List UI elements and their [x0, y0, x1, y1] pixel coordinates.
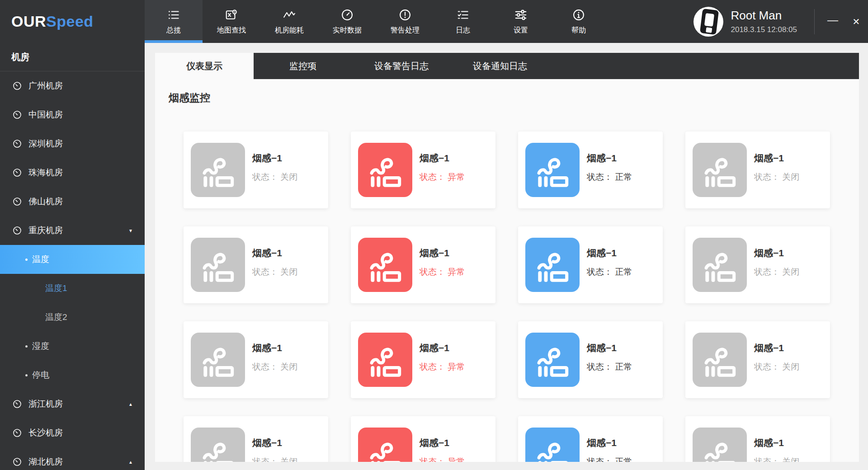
smoke-sensor-icon [693, 428, 747, 462]
smoke-sensor-icon [358, 333, 412, 387]
sensor-card[interactable]: 烟感−1 状态： 异常 [351, 226, 495, 303]
gauge-icon [12, 428, 22, 438]
sensor-name: 烟感−1 [252, 247, 297, 259]
sensor-name: 烟感−1 [754, 152, 799, 164]
nav-item-label: 地图查找 [217, 26, 246, 35]
sensor-card[interactable]: 烟感−1 状态： 关闭 [184, 226, 328, 303]
sensor-card-text: 烟感−1 状态： 异常 [420, 152, 465, 182]
sensor-status: 状态： 异常 [420, 267, 465, 277]
gauge-icon [12, 399, 22, 409]
smoke-sensor-icon [525, 238, 580, 292]
sensor-name: 烟感−1 [252, 437, 297, 449]
user-avatar[interactable] [693, 7, 723, 37]
sensor-card[interactable]: 烟感−1 状态： 异常 [351, 416, 495, 462]
sidebar-item-label: 湖北机房 [28, 456, 63, 468]
app-window: OURSpeed 机房 广州机房中国机房深圳机房珠海机房佛山机房重庆机房▼温度温… [0, 0, 868, 470]
sidebar-item[interactable]: 湿度 [0, 332, 145, 361]
sensor-name: 烟感−1 [754, 437, 799, 449]
sidebar-item-label: 浙江机房 [28, 398, 63, 410]
sensor-card[interactable]: 烟感−1 状态： 正常 [518, 416, 663, 462]
sensor-card[interactable]: 烟感−1 状态： 正常 [518, 132, 663, 208]
sensor-card[interactable]: 烟感−1 状态： 关闭 [184, 132, 328, 208]
tab[interactable]: 设备警告日志 [352, 53, 451, 79]
sidebar-item-label: 温度1 [45, 282, 67, 294]
sidebar-item[interactable]: 温度1 [0, 274, 145, 303]
smoke-sensor-icon [693, 238, 747, 292]
energy-icon [283, 8, 296, 22]
sensor-card[interactable]: 烟感−1 状态： 关闭 [685, 321, 830, 398]
sensor-name: 烟感−1 [587, 342, 632, 354]
page-title: 烟感监控 [169, 92, 859, 103]
sensor-name: 烟感−1 [587, 247, 632, 259]
minimize-button[interactable]: — [821, 0, 844, 43]
sensor-card[interactable]: 烟感−1 状态： 正常 [518, 226, 663, 303]
close-button[interactable]: ✕ [844, 0, 868, 43]
sensor-card[interactable]: 烟感−1 状态： 异常 [351, 321, 495, 398]
app-logo: OURSpeed [0, 0, 145, 43]
sensor-card[interactable]: 烟感−1 状态： 关闭 [184, 416, 328, 462]
sidebar-item[interactable]: 中国机房 [0, 100, 145, 129]
chevron-up-icon: ▲ [128, 460, 133, 465]
sensor-name: 烟感−1 [754, 342, 799, 354]
sensor-status: 状态： 正常 [587, 172, 632, 182]
bullet-icon [25, 374, 28, 376]
sensor-card[interactable]: 烟感−1 状态： 关闭 [685, 226, 830, 303]
smoke-sensor-icon [693, 333, 747, 387]
sidebar-item[interactable]: 温度 [0, 245, 145, 274]
current-datetime: 2018.3.15 12:08:05 [731, 25, 797, 34]
sensor-card-grid: 烟感−1 状态： 关闭 烟感−1 状态： 异常 烟感−1 状态： 正常 烟感−1… [184, 132, 859, 462]
sensor-status: 状态： 关闭 [252, 172, 297, 182]
sidebar-item[interactable]: 停电 [0, 361, 145, 390]
sidebar-item[interactable]: 广州机房 [0, 71, 145, 100]
smoke-sensor-icon [358, 143, 412, 197]
sidebar-item[interactable]: 长沙机房 [0, 418, 145, 447]
smoke-sensor-icon [525, 143, 580, 197]
sidebar-item[interactable]: 温度2 [0, 303, 145, 332]
sensor-card[interactable]: 烟感−1 状态： 关闭 [184, 321, 328, 398]
sensor-card[interactable]: 烟感−1 状态： 关闭 [685, 416, 830, 462]
logo-text-prefix: OUR [11, 13, 46, 30]
nav-item-realtime-data[interactable]: 实时数据 [318, 0, 376, 43]
nav-item-log[interactable]: 日志 [434, 0, 492, 43]
nav-item-map-search[interactable]: 地图查找 [203, 0, 260, 43]
nav-item-alert[interactable]: 警告处理 [376, 0, 434, 43]
nav-item-settings[interactable]: 设置 [492, 0, 550, 43]
sidebar-item[interactable]: 浙江机房▲ [0, 390, 145, 418]
sensor-card-text: 烟感−1 状态： 正常 [587, 152, 632, 182]
tab[interactable]: 设备通知日志 [451, 53, 549, 79]
nav-item-energy[interactable]: 机房能耗 [260, 0, 318, 43]
sidebar-item[interactable]: 佛山机房 [0, 187, 145, 216]
sensor-card[interactable]: 烟感−1 状态： 正常 [518, 321, 663, 398]
gauge-icon [12, 226, 22, 235]
smoke-sensor-icon [191, 333, 245, 387]
smoke-sensor-icon [191, 428, 245, 462]
help-icon [572, 8, 585, 22]
sidebar-item[interactable]: 珠海机房 [0, 158, 145, 187]
sidebar-item[interactable]: 湖北机房▲ [0, 447, 145, 470]
sidebar-item[interactable]: 重庆机房▼ [0, 216, 145, 245]
sensor-card-text: 烟感−1 状态： 关闭 [252, 437, 297, 462]
sensor-card-text: 烟感−1 状态： 关闭 [754, 342, 799, 372]
sidebar-item[interactable]: 深圳机房 [0, 129, 145, 158]
smoke-sensor-icon [525, 428, 580, 462]
nav-item-help[interactable]: 帮助 [550, 0, 608, 43]
sensor-card[interactable]: 烟感−1 状态： 关闭 [685, 132, 830, 208]
sensor-name: 烟感−1 [252, 342, 297, 354]
tab-bar-filler [549, 53, 859, 79]
nav-item-label: 帮助 [571, 26, 586, 35]
sensor-name: 烟感−1 [420, 437, 465, 449]
alert-icon [398, 8, 412, 22]
tab[interactable]: 监控项 [254, 53, 352, 79]
user-name: Root Man [731, 9, 797, 23]
nav-item-overview[interactable]: 总揽 [145, 0, 203, 43]
topbar-divider [814, 9, 815, 34]
user-meta: Root Man 2018.3.15 12:08:05 [731, 9, 797, 34]
sidebar-item-label: 重庆机房 [28, 225, 63, 236]
realtime-data-icon [340, 8, 354, 22]
bullet-icon [25, 258, 28, 261]
smoke-sensor-icon [358, 428, 412, 462]
tab[interactable]: 仪表显示 [155, 53, 254, 79]
sensor-card[interactable]: 烟感−1 状态： 异常 [351, 132, 495, 208]
sidebar-item-label: 深圳机房 [28, 138, 63, 150]
sidebar-item-label: 中国机房 [28, 109, 63, 121]
